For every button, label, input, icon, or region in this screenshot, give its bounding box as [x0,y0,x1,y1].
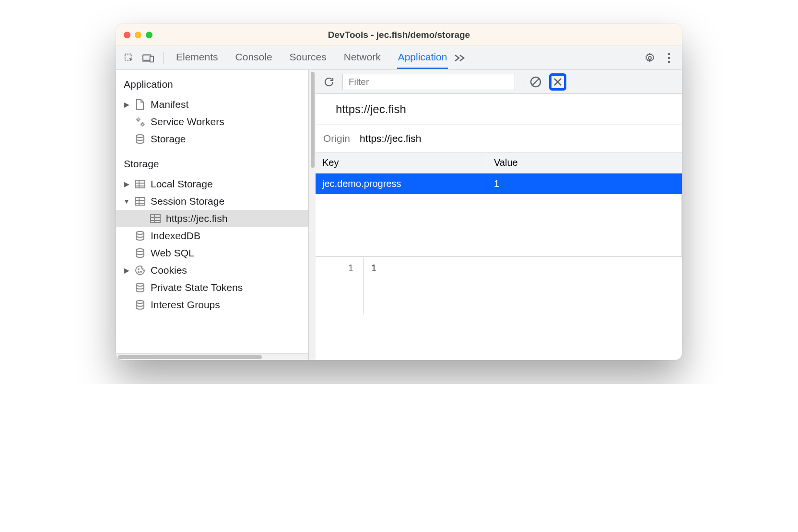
file-icon [134,99,146,110]
cookie-icon [134,265,146,276]
table-header: Key Value [316,152,682,173]
settings-icon[interactable] [642,50,658,66]
sidebar-item-label: Storage [151,133,186,145]
sidebar-item-label: Session Storage [151,196,224,207]
sidebar-item-label: Service Workers [151,116,224,127]
window-controls [124,32,153,38]
database-icon [134,133,146,145]
cell-key[interactable]: jec.demo.progress [316,173,487,194]
column-key[interactable]: Key [316,152,487,173]
tab-console[interactable]: Console [235,46,273,69]
database-icon [134,230,146,242]
sidebar-item-local-storage[interactable]: ▶ Local Storage [116,175,308,193]
svg-point-16 [141,271,141,272]
panel-body: Application ▶ Manifest Serv [116,70,682,360]
close-window-button[interactable] [124,32,130,38]
sidebar-item-interest-groups[interactable]: Interest Groups [116,296,308,313]
svg-point-4 [668,53,670,55]
application-sidebar: Application ▶ Manifest Serv [116,70,309,360]
sidebar-item-service-workers[interactable]: Service Workers [116,113,308,130]
storage-panel: https://jec.fish Origin https://jec.fish… [316,70,682,360]
database-icon [134,282,146,293]
database-icon [134,247,146,259]
svg-point-19 [136,301,144,303]
cell-value[interactable]: 1 [487,173,682,194]
titlebar: DevTools - jec.fish/demo/storage [116,24,682,46]
sidebar-item-label: Manifest [151,99,188,110]
refresh-icon[interactable] [320,73,338,91]
sidebar-item-label: Interest Groups [151,299,220,311]
sidebar-item-private-state-tokens[interactable]: Private State Tokens [116,279,308,296]
inspect-element-icon[interactable] [121,50,137,66]
origin-value: https://jec.fish [360,133,421,144]
maximize-window-button[interactable] [146,32,153,38]
column-value[interactable]: Value [487,152,682,173]
delete-selected-icon[interactable] [549,73,566,91]
tab-network[interactable]: Network [343,46,382,69]
database-icon [134,299,146,311]
sidebar-item-indexeddb[interactable]: IndexedDB [116,227,308,244]
application-tree: ▶ Manifest Service Workers [116,94,308,154]
caret-right-icon: ▶ [124,266,129,274]
window-title: DevTools - jec.fish/demo/storage [116,30,682,40]
tab-elements[interactable]: Elements [175,46,219,69]
sidebar-item-websql[interactable]: Web SQL [116,244,308,262]
sidebar-vertical-scrollbar[interactable] [309,70,316,360]
caret-right-icon: ▶ [124,180,129,188]
caret-down-icon: ▼ [124,197,129,205]
section-title-storage: Storage [116,154,308,173]
svg-point-5 [668,57,670,59]
table-icon [134,196,146,207]
sidebar-item-label: Local Storage [151,178,213,190]
svg-point-13 [136,231,144,234]
minimize-window-button[interactable] [135,32,141,38]
tab-application[interactable]: Application [397,46,448,69]
table-empty-area[interactable] [316,194,682,256]
svg-point-3 [648,57,651,59]
device-toolbar-icon[interactable] [140,50,156,66]
storage-tree: ▶ Local Storage ▼ Session Storage [116,173,308,320]
sidebar-horizontal-scrollbar[interactable] [116,353,308,360]
devtools-window: DevTools - jec.fish/demo/storage Element… [116,24,682,360]
sidebar-item-label: Private State Tokens [151,282,243,293]
kebab-menu-icon[interactable] [661,50,677,66]
sidebar-item-manifest[interactable]: ▶ Manifest [116,96,308,113]
storage-toolbar [316,70,682,94]
preview-line-number: 1 [316,257,364,314]
table-row[interactable]: jec.demo.progress 1 [316,173,682,194]
svg-rect-2 [150,56,153,62]
tab-sources[interactable]: Sources [289,46,328,69]
separator [521,76,521,88]
devtools-toolbar: Elements Console Sources Network Applica… [116,46,682,70]
svg-point-15 [138,269,139,270]
caret-right-icon: ▶ [124,101,129,108]
sidebar-item-label: Web SQL [151,247,194,259]
more-tabs-icon[interactable] [454,53,466,63]
origin-label: Origin [323,133,350,144]
clear-all-icon[interactable] [527,73,544,91]
separator [163,52,164,64]
storage-table: Key Value jec.demo.progress 1 [316,152,682,257]
panel-tabs: Elements Console Sources Network Applica… [175,46,448,69]
svg-rect-11 [135,197,145,205]
sidebar-item-cookies[interactable]: ▶ Cookies [116,262,308,279]
svg-point-17 [138,272,139,273]
svg-point-14 [136,249,144,252]
gears-icon [134,116,146,127]
sidebar-item-label: Cookies [151,265,187,276]
sidebar-item-session-origin[interactable]: https://jec.fish [116,210,308,227]
origin-title: https://jec.fish [316,94,682,125]
table-icon [150,213,161,224]
sidebar-item-storage[interactable]: Storage [116,130,308,148]
sidebar-item-label: IndexedDB [151,230,200,242]
filter-input[interactable] [342,74,515,90]
svg-point-8 [141,123,143,125]
origin-row: Origin https://jec.fish [316,125,682,152]
sidebar-item-session-storage[interactable]: ▼ Session Storage [116,193,308,210]
preview-value: 1 [364,257,384,314]
svg-point-6 [668,60,670,63]
table-icon [134,178,146,190]
value-preview: 1 1 [316,257,682,314]
sidebar-item-label: https://jec.fish [166,213,227,224]
section-title-application: Application [116,75,308,94]
